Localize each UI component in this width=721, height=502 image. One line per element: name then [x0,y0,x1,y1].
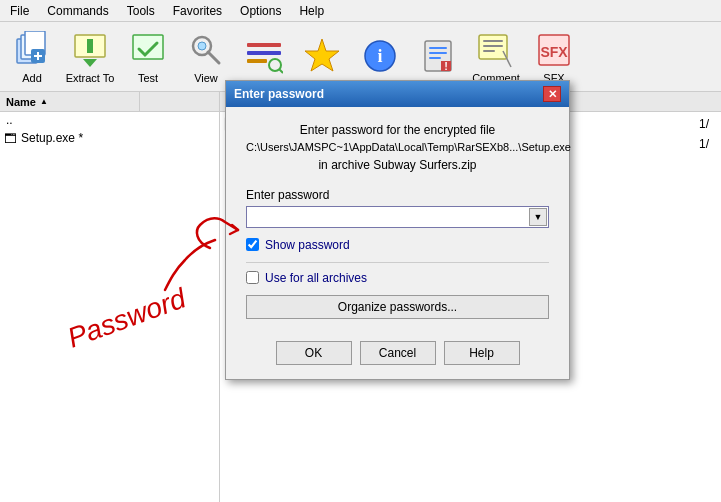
menu-bar: File Commands Tools Favorites Options He… [0,0,721,22]
svg-marker-18 [305,39,339,71]
svg-rect-13 [247,43,281,47]
setup-exe-row[interactable]: 🗔 Setup.exe * [0,128,219,148]
add-label: Add [22,72,42,84]
svg-text:SFX: SFX [540,44,568,60]
sort-arrow-icon: ▲ [40,97,48,106]
info-icon: i [360,36,400,76]
wizard-button[interactable] [294,25,350,89]
test-button[interactable]: Test [120,25,176,89]
svg-line-17 [279,69,283,73]
show-password-label[interactable]: Show password [265,238,350,252]
svg-rect-23 [429,52,447,54]
menu-commands[interactable]: Commands [41,2,114,20]
name-column-header[interactable]: Name ▲ [0,92,140,111]
test-label: Test [138,72,158,84]
menu-options[interactable]: Options [234,2,287,20]
svg-text:!: ! [444,60,448,72]
find-button[interactable] [236,25,292,89]
view-icon [186,30,226,70]
comment-icon [476,30,516,70]
comment-button[interactable]: Comment [468,25,524,89]
wizard-icon [302,36,342,76]
sfx-button[interactable]: SFX SFX [526,25,582,89]
svg-rect-30 [483,50,495,52]
view-label: View [194,72,218,84]
help-button[interactable]: Help [444,341,520,365]
find-icon [244,36,284,76]
menu-help[interactable]: Help [293,2,330,20]
menu-file[interactable]: File [4,2,35,20]
left-panel: Name ▲ .. 🗔 Setup.exe * [0,92,220,502]
extract-icon [70,30,110,70]
svg-marker-7 [83,59,97,67]
dialog-buttons: OK Cancel Help [226,331,569,379]
add-button[interactable]: Add [4,25,60,89]
use-for-all-checkbox[interactable] [246,271,259,284]
svg-line-12 [208,52,219,63]
extract-to-button[interactable]: Extract To [62,25,118,89]
repair-button[interactable]: ! [410,25,466,89]
dialog-body: Enter password for the encrypted file C:… [226,107,569,331]
password-dropdown-arrow[interactable]: ▼ [529,208,547,226]
svg-rect-8 [87,39,93,53]
setup-exe-name: Setup.exe * [21,131,83,145]
show-password-row: Show password [246,238,549,252]
organize-passwords-button[interactable]: Organize passwords... [246,295,549,319]
show-password-checkbox[interactable] [246,238,259,251]
svg-rect-9 [133,35,163,59]
menu-favorites[interactable]: Favorites [167,2,228,20]
dialog-archive-line: in archive Subway Surfers.zip [246,156,549,174]
svg-rect-15 [247,59,267,63]
cancel-button[interactable]: Cancel [360,341,436,365]
column-header: Name ▲ [0,92,219,112]
svg-rect-28 [483,40,503,42]
separator [246,262,549,263]
dialog-title: Enter password [234,87,324,101]
exe-icon: 🗔 [4,131,17,146]
ok-button[interactable]: OK [276,341,352,365]
svg-rect-14 [247,51,281,55]
add-icon [12,30,52,70]
password-input[interactable] [246,206,549,228]
svg-text:i: i [377,46,382,66]
extract-to-label: Extract To [66,72,115,84]
dialog-file-path: C:\Users\JAMSPC~1\AppData\Local\Temp\Rar… [246,139,549,156]
password-form-group: Enter password ▼ [246,188,549,228]
view-button[interactable]: View [178,25,234,89]
dialog-info: Enter password for the encrypted file C:… [246,121,549,174]
dialog-info-line1: Enter password for the encrypted file [246,121,549,139]
parent-dir-row[interactable]: .. [0,112,219,128]
test-icon [128,30,168,70]
svg-rect-29 [483,45,503,47]
svg-rect-5 [34,55,42,57]
sfx-icon: SFX [534,30,574,70]
password-input-wrap: ▼ [246,206,549,228]
use-for-all-label[interactable]: Use for all archives [265,271,367,285]
dialog-close-button[interactable]: ✕ [543,86,561,102]
svg-rect-22 [429,47,447,49]
svg-point-11 [198,42,206,50]
svg-rect-24 [429,57,441,59]
use-for-all-row: Use for all archives [246,271,549,285]
password-label: Enter password [246,188,549,202]
info-button[interactable]: i [352,25,408,89]
repair-icon: ! [418,36,458,76]
dialog-titlebar: Enter password ✕ [226,81,569,107]
enter-password-dialog: Enter password ✕ Enter password for the … [225,80,570,380]
menu-tools[interactable]: Tools [121,2,161,20]
